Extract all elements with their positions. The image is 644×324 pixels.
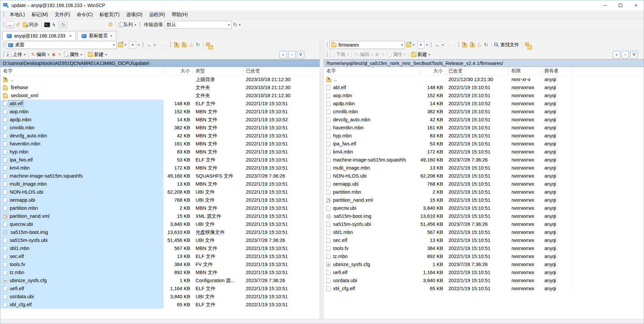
table-row[interactable]: oemapp.ubi768 KB2022/1/19 15:10:51rwxrwx… [324,180,644,188]
horizontal-scrollbar[interactable] [0,319,644,324]
column-header-changed[interactable]: 已改变 [446,67,509,75]
column-header-name[interactable]: 名字^ [324,67,420,75]
filter-button[interactable]: ▼▾ [128,40,141,50]
table-row[interactable]: quecrw.ubi3,840 KB2022/1/19 15:10:51rwxr… [324,204,644,212]
new-button[interactable]: ★ 新建 ▾ [410,51,432,59]
table-row[interactable]: sa515m-boot.img13,610 KB光盘映像文件2022/1/19 … [0,228,320,236]
root-directory-button[interactable]: \ [180,41,188,48]
close-button[interactable]: × [628,0,644,10]
local-path-bar[interactable]: D:\sonna\Desktop\tools\AG551QCNABR01A13M… [0,59,320,67]
menu-item[interactable]: 本地(L) [7,11,28,19]
table-row[interactable]: hyp.mbn83 KB2022/1/19 15:10:51rwxrwxrwxa… [324,132,644,140]
table-row[interactable]: tz.mbn892 KBMBN 文件2022/1/19 15:10:51 [0,268,320,276]
table-row[interactable]: sec.elf13 KBELF 文件2022/1/19 15:10:51 [0,252,320,260]
table-row[interactable]: sa515m-sysfs.ubi51,456 KB2023/7/28 7:36:… [324,220,644,228]
open-directory-button[interactable]: ↻▾ [405,41,416,48]
filter-button[interactable]: ▼▾ [416,40,429,50]
panel-splitter[interactable] [320,40,324,319]
table-row[interactable]: multi_image.mbn13 KB2022/1/19 15:10:51rw… [324,164,644,172]
transfer-settings-combo[interactable]: 默认 ▾ [165,21,232,29]
panel-layout-button[interactable]: ↔ [6,21,14,28]
table-row[interactable]: haventkn.mbn161 KB2022/1/19 15:10:51rwxr… [324,124,644,132]
table-row[interactable]: sbl1.mbn567 KBMBN 文件2022/1/19 15:10:51 [0,244,320,252]
show-files-button[interactable]: + [279,51,287,58]
commands-button[interactable]: ϟ [51,21,57,28]
directory-tree-button[interactable] [524,43,534,47]
local-drive-combo[interactable]: 桌面 ▾ [6,41,117,49]
table-row[interactable]: abl.elf148 KB2022/1/19 15:10:51rwxrwxrwx… [324,83,644,91]
delete-button[interactable]: × [51,51,57,59]
table-row[interactable]: cmnlib.mbn382 KB2022/1/19 15:10:51rwxrwx… [324,108,644,116]
table-row[interactable]: machine-image-sa515m.squashfs49,160 KB20… [324,156,644,164]
refresh-button[interactable]: ↻ [194,41,201,49]
menu-item[interactable]: 标记(M) [29,11,51,19]
table-row[interactable]: devcfg_auto.mbn42 KB2022/1/19 15:10:51rw… [324,116,644,124]
table-row[interactable]: cmnlib.mbn382 KBMBN 文件2022/1/19 15:10:51 [0,124,320,132]
remote-directory-combo[interactable]: firmwares ▾ [329,41,405,49]
table-row[interactable]: xbl_cfg.elf65 KB2022/1/19 15:10:51rwxrwx… [324,284,644,293]
menu-item[interactable]: 文件(F) [52,11,73,19]
table-row[interactable]: hyp.mbn83 KBMBN 文件2022/1/19 15:10:51 [0,148,320,156]
table-row[interactable]: tz.mbn892 KB2022/1/19 15:10:51rwxrwxrwxa… [324,252,644,260]
table-row[interactable]: firehose文件夹2023/10/18 21:12:30 [0,83,320,91]
table-row[interactable]: uefi.elf1,164 KBELF 文件2022/1/19 15:10:51 [0,284,320,293]
home-directory-button[interactable]: ⌂ [188,41,194,49]
menu-item[interactable]: 命令(C) [74,11,96,19]
column-header-owner[interactable]: 拥有者 [542,67,572,75]
properties-button[interactable]: ✓ 属性 ▾ [63,51,84,59]
edit-button[interactable]: ✎ 编辑 ▾ [353,51,374,59]
table-row[interactable]: sa515m-boot.img13,610 KB2022/1/19 15:10:… [324,212,644,220]
new-button[interactable]: ★ 新建 ▾ [87,51,108,59]
menu-item[interactable]: 选项(O) [123,11,145,19]
table-row[interactable]: km4.mbn172 KB2022/1/19 15:10:51rwxrwxrwx… [324,148,644,156]
table-row[interactable]: partition_nand.xml15 KBXML 源文件2022/1/19 … [0,212,320,220]
table-row[interactable]: sec.elf13 KB2022/1/19 15:10:51rwxrwxrwxa… [324,236,644,244]
hide-files-button[interactable]: − [622,51,629,58]
table-row[interactable]: haventkn.mbn161 KBMBN 文件2022/1/19 15:10:… [0,140,320,148]
hide-files-button[interactable]: − [288,51,296,58]
minimize-button[interactable] [597,0,613,10]
table-row[interactable]: partition.mbn2 KBMBN 文件2022/1/19 15:10:5… [0,204,320,212]
table-row[interactable]: apdp.mbn14 KB2022/1/19 15:10:52rwxrwxrwx… [324,100,644,108]
remote-path-bar[interactable]: /home/anyqi/test/ql_sa515m_nork_mro_SecB… [324,59,644,67]
upload-button[interactable]: ↗ 上传 ▾ [6,51,27,59]
column-header-size[interactable]: 大小 [420,67,446,75]
menu-item[interactable]: 标签页(T) [96,11,122,19]
table-row[interactable]: ubinize_sysfs.cfg1 KBConfiguration 源...2… [0,276,320,284]
session-tab-active[interactable]: anyqi@192.168.106.233 × [2,31,76,40]
close-tab-icon[interactable]: × [69,33,72,38]
synchronize-browsing-button[interactable]: ↺ [14,21,21,28]
transfer-options-button[interactable]: ↻▾ [232,21,242,28]
back-button[interactable]: ←▾ [433,41,445,49]
rename-button[interactable]: ✎ [57,52,63,58]
table-row[interactable]: ipa_fws.elf53 KBELF 文件2022/1/19 15:10:51 [0,156,320,164]
show-files-button[interactable]: + [613,51,620,58]
table-row[interactable]: NON-HLOS.ubi62,208 KB2022/1/19 15:10:51r… [324,172,644,180]
table-row[interactable]: aop.mbn152 KB2022/1/19 15:10:51rwxrwxrwx… [324,91,644,100]
download-button[interactable]: ↓ 下载 ▾ [329,51,350,59]
show-all-files-button[interactable]: ∀ [297,51,304,58]
table-row[interactable]: ipa_fws.elf53 KB2022/1/19 15:10:51rwxrwx… [324,140,644,148]
column-header-permissions[interactable]: 权限 [509,67,542,75]
table-row[interactable]: tools.fv384 KBFV 文件2022/1/19 15:10:51 [0,260,320,268]
column-header-size[interactable]: 大小 [163,67,193,75]
menu-item[interactable]: 帮助(H) [169,11,191,19]
table-row[interactable]: ..上级目录2023/10/18 21:12:30 [0,75,320,83]
open-terminal-button[interactable]: >_ [43,21,51,28]
table-row[interactable]: apdp.mbn14 KBMBN 文件2022/1/19 15:10:52 [0,116,320,124]
table-row[interactable]: machine-image-sa515m.squashfs49,160 KBSQ… [0,172,320,180]
table-row[interactable]: sa515m-sysfs.ubi51,456 KBUBI 文件2023/7/28… [0,236,320,244]
queue-button[interactable]: 队列 ▾ [117,21,138,29]
rename-button[interactable]: ✎ [380,52,386,58]
menu-item[interactable]: 远程(R) [146,11,168,19]
table-row[interactable]: oemapp.ubi768 KBUBI 文件2022/1/19 15:10:51 [0,196,320,204]
table-row[interactable]: partition.mbn2 KB2022/1/19 15:10:51rwxrw… [324,188,644,196]
table-row[interactable]: ..2021/12/30 13:21:30rwxr-xr-xanyqi [324,75,644,83]
parent-directory-button[interactable]: ↰ [173,41,180,48]
maximize-button[interactable] [613,0,628,10]
open-directory-button[interactable]: ↻▾ [117,41,128,48]
find-files-button[interactable]: 查找文件 [493,41,521,49]
table-row[interactable]: aop.mbn152 KBMBN 文件2022/1/19 15:10:51 [0,108,320,116]
column-header-type[interactable]: 类型 [193,67,243,75]
column-header-name[interactable]: 名字^ [0,67,163,75]
